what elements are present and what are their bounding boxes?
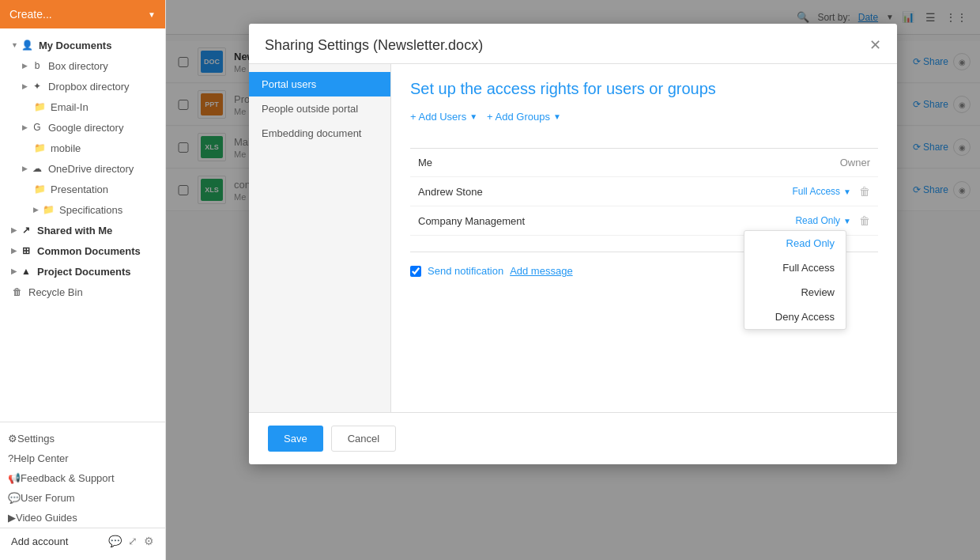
sidebar-item-specifications[interactable]: ▶ 📁 Specifications	[0, 199, 165, 220]
sidebar-item-onedrive-directory[interactable]: ▶ ☁ OneDrive directory	[0, 158, 165, 179]
create-arrow-icon: ▼	[148, 10, 156, 19]
access-select-company[interactable]: Read Only ▼	[795, 215, 851, 226]
project-icon: ▲	[20, 265, 32, 278]
delete-andrew-button[interactable]: 🗑	[859, 185, 870, 198]
dropdown-deny-access[interactable]: Deny Access	[744, 305, 846, 329]
sidebar-footer-bottom: Add account 💬 ⤢ ⚙	[0, 528, 165, 554]
chevron-down-icon: ▼	[469, 112, 477, 121]
cancel-button[interactable]: Cancel	[331, 426, 396, 452]
modal-overlay: Sharing Settings (Newsletter.docx) ✕ Por…	[166, 0, 980, 560]
sidebar-item-mobile[interactable]: 📁 mobile	[0, 138, 165, 158]
trash-icon: 🗑	[11, 286, 24, 298]
sharing-row-me: Me Owner	[410, 149, 878, 177]
sidebar-item-user-forum[interactable]: 💬 User Forum	[0, 488, 165, 508]
dropdown-review[interactable]: Review	[744, 280, 846, 305]
send-notification-label: Send notification	[428, 265, 503, 277]
dropdown-read-only[interactable]: Read Only	[744, 231, 846, 255]
modal-main: Set up the access rights for users or gr…	[391, 64, 897, 412]
sidebar-item-project-documents[interactable]: ▶ ▲ Project Documents	[0, 261, 165, 282]
modal-nav-embedding[interactable]: Embedding document	[249, 121, 390, 146]
expand-icon: ▶	[33, 206, 39, 214]
plus-users-icon: + Add Users	[410, 111, 466, 123]
user-icon: 👤	[21, 39, 34, 51]
access-dropdown: Read Only Full Access Review Deny Access	[744, 230, 846, 330]
user-name-me: Me	[410, 149, 676, 177]
expand-icon: ▼	[11, 41, 18, 49]
sidebar-item-video-guides[interactable]: ▶ Video Guides	[0, 508, 165, 528]
onedrive-icon: ☁	[31, 162, 43, 175]
video-icon: ▶	[8, 512, 16, 524]
user-name-company: Company Management	[410, 206, 676, 236]
gear-icon: ⚙	[8, 433, 17, 445]
expand-icon: ▶	[22, 82, 28, 90]
modal-close-button[interactable]: ✕	[869, 36, 881, 54]
add-buttons-row: + Add Users ▼ + Add Groups ▼	[410, 111, 878, 123]
access-company: Read Only ▼ 🗑 Read Only Full Access	[676, 206, 878, 236]
sidebar-item-google-directory[interactable]: ▶ G Google directory	[0, 117, 165, 138]
folder-icon: 📁	[33, 183, 46, 195]
sidebar-item-dropbox-directory[interactable]: ▶ ✦ Dropbox directory	[0, 76, 165, 96]
sidebar: Create... ▼ ▼ 👤 My Documents ▶ b Box dir…	[0, 0, 166, 560]
main-content: 🔍 Sort by: Date ▼ 📊 ☰ ⋮⋮ DOC Newsletter.…	[166, 0, 980, 560]
dropbox-icon: ✦	[31, 80, 43, 93]
sidebar-item-help-center[interactable]: ? Help Center	[0, 448, 165, 468]
sharing-row-andrew: Andrew Stone Full Access ▼ 🗑	[410, 177, 878, 206]
sidebar-item-box-directory[interactable]: ▶ b Box directory	[0, 55, 165, 76]
sidebar-item-my-documents[interactable]: ▼ 👤 My Documents	[0, 35, 165, 55]
chevron-down-icon: ▼	[553, 112, 561, 121]
access-me: Owner	[676, 149, 878, 177]
add-users-button[interactable]: + Add Users ▼	[410, 111, 477, 123]
folder-icon: 📁	[42, 203, 55, 216]
sharing-settings-modal: Sharing Settings (Newsletter.docx) ✕ Por…	[249, 24, 897, 464]
sidebar-item-settings[interactable]: ⚙ Settings	[0, 429, 165, 448]
expand-icon: ▶	[22, 123, 28, 131]
create-button[interactable]: Create... ▼	[0, 0, 165, 28]
box-icon: b	[31, 59, 43, 72]
sharing-row-company: Company Management Read Only ▼ 🗑	[410, 206, 878, 236]
add-account-label: Add account	[11, 535, 68, 547]
folder-icon: 📁	[33, 100, 46, 113]
col-name-header	[410, 135, 676, 149]
modal-footer: Save Cancel	[249, 412, 897, 464]
chevron-down-icon: ▼	[843, 217, 851, 225]
expand-icon: ▶	[11, 226, 17, 234]
sidebar-item-email-in[interactable]: 📁 Email-In	[0, 96, 165, 117]
access-andrew: Full Access ▼ 🗑	[676, 177, 878, 206]
expand-icon: ▶	[22, 165, 28, 172]
modal-header: Sharing Settings (Newsletter.docx) ✕	[249, 24, 897, 64]
modal-nav: Portal users People outside portal Embed…	[249, 64, 391, 412]
chat-bubble-icon[interactable]: 💬	[108, 535, 122, 547]
sidebar-item-shared-with-me[interactable]: ▶ ↗ Shared with Me	[0, 220, 165, 240]
sidebar-item-feedback-support[interactable]: 📢 Feedback & Support	[0, 468, 165, 488]
sharing-table: Me Owner Andrew Stone	[410, 135, 878, 236]
plus-groups-icon: + Add Groups	[487, 111, 550, 123]
megaphone-icon: 📢	[8, 472, 21, 484]
chevron-down-icon: ▼	[843, 187, 851, 196]
delete-company-button[interactable]: 🗑	[859, 214, 870, 227]
chat-icon: 💬	[8, 492, 21, 504]
expand-icon: ▶	[22, 62, 28, 70]
common-icon: ⊞	[20, 244, 32, 257]
folder-icon: 📁	[33, 142, 46, 154]
sidebar-item-common-documents[interactable]: ▶ ⊞ Common Documents	[0, 240, 165, 261]
modal-nav-portal-users[interactable]: Portal users	[249, 72, 390, 96]
google-icon: G	[31, 121, 43, 134]
modal-heading: Set up the access rights for users or gr…	[410, 80, 878, 98]
dropdown-full-access[interactable]: Full Access	[744, 255, 846, 280]
settings-icon[interactable]: ⚙	[144, 535, 154, 547]
sidebar-footer: ⚙ Settings ? Help Center 📢 Feedback & Su…	[0, 422, 165, 560]
share-icon: ↗	[20, 224, 32, 236]
expand-icon[interactable]: ⤢	[128, 535, 138, 547]
sidebar-item-recycle-bin[interactable]: 🗑 Recycle Bin	[0, 282, 165, 302]
add-message-link[interactable]: Add message	[510, 265, 573, 277]
sidebar-nav: ▼ 👤 My Documents ▶ b Box directory ▶ ✦ D…	[0, 28, 165, 422]
save-button[interactable]: Save	[268, 426, 323, 452]
expand-icon: ▶	[11, 267, 17, 275]
footer-icons: 💬 ⤢ ⚙	[108, 535, 154, 547]
add-groups-button[interactable]: + Add Groups ▼	[487, 111, 561, 123]
col-access-header	[676, 135, 878, 149]
sidebar-item-presentation[interactable]: 📁 Presentation	[0, 179, 165, 199]
access-select-andrew[interactable]: Full Access ▼	[792, 186, 851, 197]
modal-nav-people-outside[interactable]: People outside portal	[249, 96, 390, 121]
send-notification-checkbox[interactable]	[410, 266, 421, 277]
